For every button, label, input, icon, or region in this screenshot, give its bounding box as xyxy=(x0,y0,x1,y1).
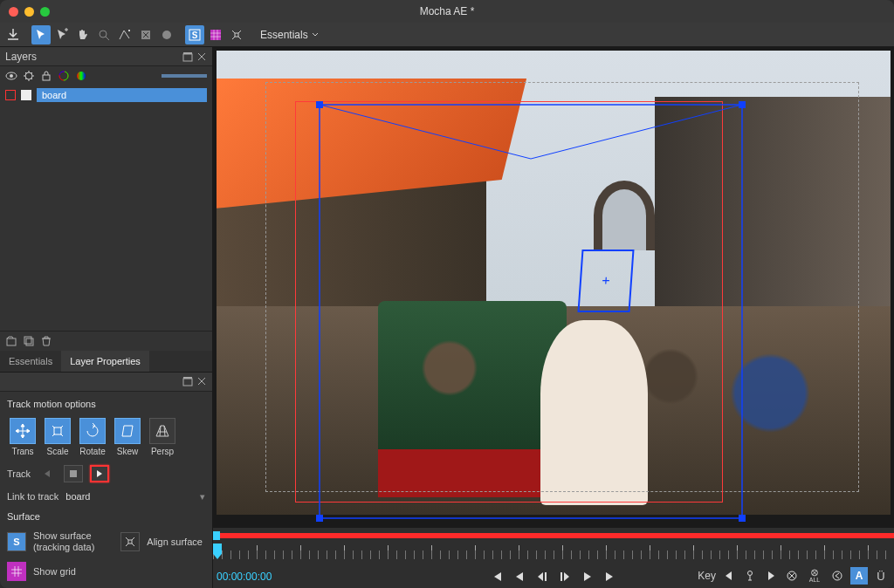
link-label: Link to track xyxy=(7,491,58,502)
zoom-tool-icon[interactable] xyxy=(94,25,113,44)
tab-essentials[interactable]: Essentials xyxy=(0,351,61,372)
autokey-prev-icon[interactable] xyxy=(829,568,845,584)
svg-rect-17 xyxy=(7,338,16,345)
uberkey-icon[interactable]: Ü xyxy=(873,568,889,584)
motion-perspective[interactable]: Persp xyxy=(147,418,178,456)
process-icon[interactable] xyxy=(23,70,35,82)
svg-rect-19 xyxy=(26,338,33,345)
track-options-title: Track motion options xyxy=(7,399,205,409)
svg-rect-7 xyxy=(183,54,192,61)
pointer-add-tool-icon[interactable] xyxy=(52,25,72,44)
svg-rect-18 xyxy=(24,337,31,344)
xspline-tool-icon[interactable] xyxy=(136,25,155,44)
color-icon[interactable] xyxy=(58,70,70,82)
maximize-window-icon[interactable] xyxy=(40,7,50,17)
svg-rect-5 xyxy=(210,30,221,40)
motion-rotate[interactable]: Rotate xyxy=(77,418,108,456)
next-key-icon[interactable] xyxy=(763,568,779,584)
svg-point-10 xyxy=(10,74,13,78)
prev-key-icon[interactable] xyxy=(721,568,737,584)
surface-title: Surface xyxy=(7,511,205,522)
save-icon[interactable] xyxy=(3,25,23,44)
workspace-label: Essentials xyxy=(260,29,308,41)
svg-rect-20 xyxy=(183,379,192,386)
lock-icon[interactable] xyxy=(40,70,52,82)
link-to-track[interactable]: Link to track board ▾ xyxy=(7,491,205,503)
motion-skew[interactable]: Skew xyxy=(112,418,143,456)
tab-layer-properties[interactable]: Layer Properties xyxy=(61,351,149,372)
layer-progress xyxy=(162,74,207,78)
show-grid-icon[interactable] xyxy=(206,25,225,44)
surface-outline[interactable] xyxy=(313,98,749,525)
track-forward-button[interactable] xyxy=(90,465,109,482)
chevron-down-icon: ▾ xyxy=(200,491,205,503)
main-toolbar: S Essentials xyxy=(0,23,894,47)
chevron-down-icon xyxy=(312,31,319,38)
hand-tool-icon[interactable] xyxy=(73,25,93,44)
timeline-range[interactable] xyxy=(213,533,894,538)
play-forward-icon[interactable] xyxy=(580,569,595,585)
svg-rect-22 xyxy=(54,427,61,434)
svg-point-31 xyxy=(833,571,842,580)
matte-color-swatch[interactable] xyxy=(21,90,31,100)
layers-column-header xyxy=(0,66,212,85)
svg-point-28 xyxy=(748,571,753,576)
track-label: Track xyxy=(7,468,31,479)
delete-key-icon[interactable] xyxy=(784,568,800,584)
align-surface-icon[interactable] xyxy=(227,25,246,44)
svg-point-0 xyxy=(100,31,107,38)
close-panel-icon[interactable] xyxy=(196,376,207,386)
track-stop-button[interactable] xyxy=(64,465,83,482)
delete-all-keys-icon[interactable]: ALL xyxy=(805,568,824,584)
minimize-window-icon[interactable] xyxy=(24,7,34,17)
layer-row[interactable]: board xyxy=(0,85,212,105)
motion-translate[interactable]: Trans xyxy=(7,418,38,456)
layer-name[interactable]: board xyxy=(37,88,207,102)
timecode[interactable]: 00:00:00:00 xyxy=(217,571,272,583)
svg-rect-24 xyxy=(128,540,132,544)
close-window-icon[interactable] xyxy=(9,7,18,17)
show-grid-toggle[interactable] xyxy=(7,562,26,581)
close-panel-icon[interactable] xyxy=(196,51,207,62)
autokey-toggle[interactable]: A xyxy=(850,567,868,585)
timeline: 00:00:00:00 Key ALL A xyxy=(213,527,894,588)
bezier-tool-icon[interactable] xyxy=(115,25,134,44)
rectangle-tool-icon[interactable] xyxy=(157,25,176,44)
layers-panel-header: Layers xyxy=(0,47,212,66)
pointer-tool-icon[interactable] xyxy=(31,25,51,44)
surface-center-widget[interactable] xyxy=(577,250,634,312)
matte-icon[interactable] xyxy=(75,70,87,82)
spline-color-swatch[interactable] xyxy=(5,90,16,100)
align-surface-button[interactable] xyxy=(120,532,140,551)
track-backward-button[interactable] xyxy=(38,465,57,482)
svg-point-16 xyxy=(77,72,86,80)
timeline-ruler[interactable] xyxy=(213,542,894,561)
svg-rect-6 xyxy=(235,33,238,37)
motion-scale[interactable]: Scale xyxy=(42,418,73,456)
window-title: Mocha AE * xyxy=(0,5,894,17)
delete-layer-icon[interactable] xyxy=(40,335,52,347)
undock-icon[interactable] xyxy=(182,376,193,386)
group-layer-icon[interactable] xyxy=(5,335,17,347)
visibility-icon[interactable] xyxy=(5,70,17,82)
show-surface-toggle[interactable]: S xyxy=(7,532,26,551)
viewport[interactable] xyxy=(213,47,894,527)
duplicate-layer-icon[interactable] xyxy=(23,335,35,347)
workspace-selector[interactable]: Essentials xyxy=(255,27,324,43)
transport-controls xyxy=(489,569,618,585)
go-end-icon[interactable] xyxy=(602,569,618,585)
step-forward-icon[interactable] xyxy=(557,569,573,585)
step-back-icon[interactable] xyxy=(534,569,550,585)
show-surface-label: Show surface (tracking data) xyxy=(33,530,94,553)
go-start-icon[interactable] xyxy=(489,569,505,585)
play-backward-icon[interactable] xyxy=(512,569,527,585)
viewer: 00:00:00:00 Key ALL A xyxy=(213,47,894,588)
undock-icon[interactable] xyxy=(182,51,193,62)
align-surface-label: Align surface xyxy=(147,537,203,547)
show-surface-icon[interactable]: S xyxy=(185,25,204,44)
svg-line-27 xyxy=(531,105,742,159)
keyframe-controls: Key ALL A Ü xyxy=(698,567,889,585)
show-grid-label: Show grid xyxy=(33,566,76,577)
add-key-icon[interactable] xyxy=(742,568,758,584)
layer-ops xyxy=(0,331,212,351)
